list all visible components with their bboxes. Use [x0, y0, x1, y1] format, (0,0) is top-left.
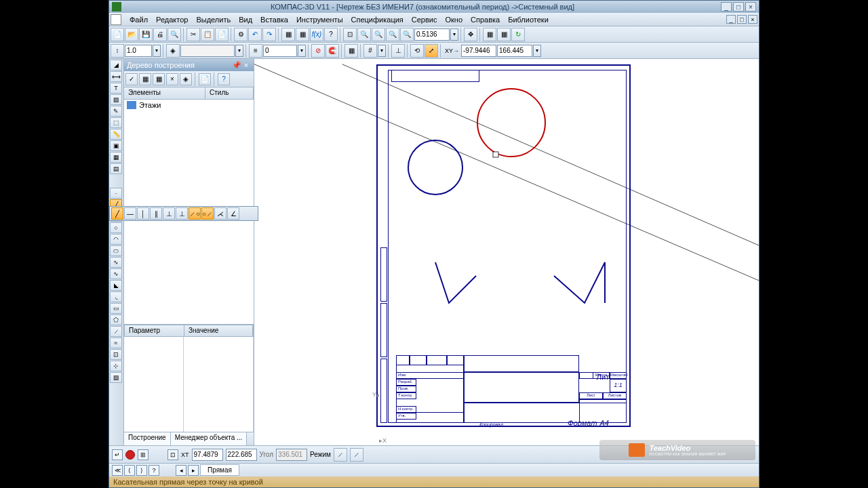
hatch-tool[interactable]: ▨	[110, 94, 122, 105]
refresh-button[interactable]: ↻	[511, 28, 525, 41]
tree-tb-delete[interactable]: ×	[166, 73, 178, 85]
panel-tab-build[interactable]: Построение	[124, 432, 171, 445]
tree-item[interactable]: Этажи	[124, 100, 254, 110]
zoom-value-input[interactable]	[414, 28, 450, 41]
text-tool[interactable]: T	[110, 83, 122, 94]
point-y-input[interactable]	[226, 449, 257, 461]
pan-button[interactable]: ✥	[464, 28, 477, 41]
props-body[interactable]	[124, 337, 254, 432]
nav-help[interactable]: ?	[149, 465, 159, 476]
mode-btn-2[interactable]: ⟋	[350, 448, 363, 462]
maximize-button[interactable]: □	[733, 2, 744, 12]
zoom-prev-button[interactable]: 🔍	[400, 28, 414, 41]
menu-tools[interactable]: Инструменты	[292, 14, 347, 25]
aux-tangent-curve[interactable]: ○⟋	[201, 207, 214, 220]
angle-input[interactable]	[276, 449, 307, 461]
new-button[interactable]: 📄	[111, 28, 124, 41]
bezier-tool[interactable]: ∿	[110, 268, 122, 279]
grid-draw-button[interactable]: #	[363, 44, 377, 58]
nav-next[interactable]: ⟩	[136, 465, 147, 476]
tree-tb-2[interactable]: ▦	[139, 73, 151, 85]
aux-arbitrary-line[interactable]: ╱	[111, 207, 123, 220]
nav-prev[interactable]: ⟨	[124, 465, 135, 476]
tree-tb-new[interactable]: 📄	[199, 73, 211, 85]
menu-spec[interactable]: Спецификация	[347, 14, 408, 25]
geometry-tool[interactable]: ◢	[110, 60, 122, 70]
round-button[interactable]: ⟲	[410, 44, 424, 58]
arc-tool[interactable]: ◠	[110, 234, 122, 245]
tree-col-elements[interactable]: Элементы	[124, 87, 205, 99]
local-cs-button[interactable]: ⤢	[425, 44, 438, 58]
view-btn-2[interactable]: ▦	[497, 28, 511, 41]
point-x-input[interactable]	[192, 449, 223, 461]
ellipse-tool[interactable]: ⬭	[110, 245, 122, 256]
layer-num-dropdown[interactable]: ▾	[298, 45, 306, 57]
spline-tool[interactable]: ∿	[110, 257, 122, 268]
zoom-dropdown[interactable]: ▾	[450, 28, 458, 41]
menu-view[interactable]: Вид	[235, 14, 256, 25]
menu-help[interactable]: Справка	[467, 14, 504, 25]
menu-edit[interactable]: Редактор	[152, 14, 192, 25]
open-button[interactable]: 📂	[125, 28, 138, 41]
props-col-param[interactable]: Параметр	[125, 325, 184, 336]
stop-command-button[interactable]	[125, 450, 135, 460]
layer-manager-button[interactable]: ≡	[249, 44, 262, 58]
line-width-dropdown[interactable]: ▾	[153, 45, 161, 57]
menu-service[interactable]: Сервис	[408, 14, 441, 25]
mode-btn-1[interactable]: ⟋	[334, 448, 347, 462]
measure-tool[interactable]: 📏	[110, 129, 122, 140]
grid-button[interactable]: ▦	[344, 44, 358, 58]
redo-button[interactable]: ↷	[262, 28, 276, 41]
report-tool[interactable]: ▤	[110, 163, 122, 174]
point-style-button[interactable]: ⊡	[167, 449, 178, 460]
chamfer-tool[interactable]: ◣	[110, 280, 122, 291]
undo-button[interactable]: ↶	[248, 28, 262, 41]
polyline-tool[interactable]: ⟋	[110, 326, 122, 337]
print-button[interactable]: 🖨	[153, 28, 167, 41]
zoom-fit-button[interactable]: ⊡	[343, 28, 357, 41]
menu-insert[interactable]: Вставка	[256, 14, 292, 25]
circle-tool[interactable]: ○	[110, 222, 122, 233]
panel-pin-button[interactable]: 📌	[232, 61, 241, 70]
doc-close-button[interactable]: ×	[748, 15, 757, 24]
rect-tool[interactable]: ▭	[110, 303, 122, 314]
aux-angle-line[interactable]: ∠	[227, 207, 239, 220]
close-button[interactable]: ×	[745, 2, 756, 12]
tree-tb-1[interactable]: ✓	[125, 73, 138, 85]
nav-first[interactable]: ≪	[112, 465, 123, 476]
copy-button[interactable]: 📋	[201, 28, 214, 41]
tree-col-style[interactable]: Стиль	[205, 87, 254, 99]
menu-window[interactable]: Окно	[441, 14, 467, 25]
save-button[interactable]: 💾	[139, 28, 153, 41]
spec-tool[interactable]: ▦	[110, 152, 122, 163]
zoom-out-button[interactable]: 🔍	[372, 28, 385, 41]
coord-y-input[interactable]	[497, 45, 532, 57]
preview-button[interactable]: 🔍	[167, 28, 181, 41]
layer-num-input[interactable]	[263, 45, 297, 57]
axis-tool[interactable]: ⊹	[110, 361, 122, 371]
menu-libs[interactable]: Библиотеки	[504, 14, 553, 25]
tree-tb-help[interactable]: ?	[218, 73, 230, 85]
select-tool[interactable]: ▣	[110, 140, 122, 151]
polygon-tool[interactable]: ⬠	[110, 314, 122, 325]
point-tool[interactable]: ·	[110, 188, 122, 199]
stop-button[interactable]: ⊘	[311, 44, 325, 58]
doc-minimize-button[interactable]: _	[726, 15, 736, 24]
drawing-canvas[interactable]: Изм. Разраб. Пров. Т.контр. Н.контр. Утв…	[254, 59, 759, 445]
create-obj-button[interactable]: ↵	[112, 449, 123, 460]
minimize-button[interactable]: _	[721, 2, 732, 12]
tree-tb-5[interactable]: ◈	[180, 73, 192, 85]
cut-button[interactable]: ✂	[186, 28, 200, 41]
dimension-tool[interactable]: ⟷	[110, 71, 122, 82]
help-cursor-button[interactable]: ?	[324, 28, 338, 41]
coord-dropdown[interactable]: ▾	[533, 45, 541, 57]
fillet-tool[interactable]: ◟	[110, 291, 122, 302]
props-col-value[interactable]: Значение	[184, 325, 253, 336]
hatch-tool-2[interactable]: ▨	[110, 372, 122, 383]
aux-vertical-line[interactable]: │	[137, 207, 149, 220]
snap-button[interactable]: 🧲	[326, 44, 339, 58]
tab-scroll-right[interactable]: ▸	[188, 465, 199, 476]
aux-parallel-line[interactable]: ∥	[150, 207, 162, 220]
view-btn-1[interactable]: ▦	[483, 28, 496, 41]
layer-combo-dropdown[interactable]: ▾	[235, 45, 243, 57]
